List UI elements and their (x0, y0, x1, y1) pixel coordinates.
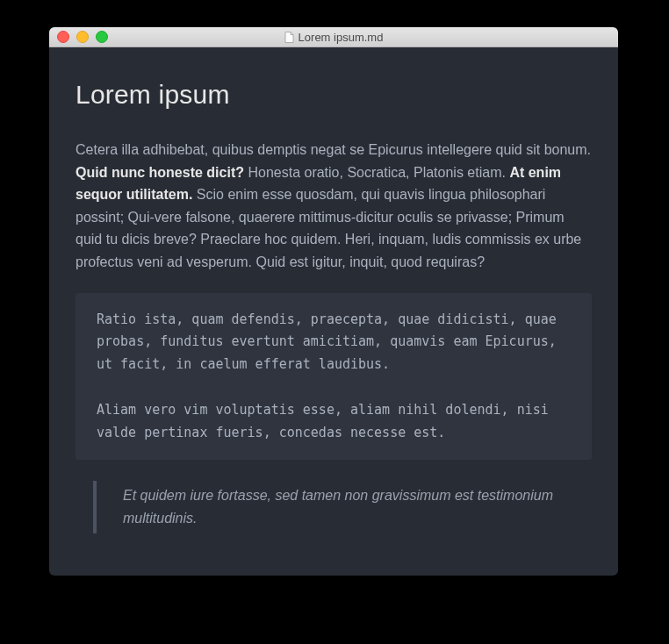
para-text: Cetera illa adhibebat, quibus demptis ne… (76, 142, 591, 157)
document-file-icon (284, 32, 294, 43)
window-title: Lorem ipsum.md (49, 31, 618, 44)
page-title: Lorem ipsum (76, 74, 592, 116)
close-icon[interactable] (57, 31, 69, 43)
blockquote: Et quidem iure fortasse, sed tamen non g… (93, 481, 592, 533)
para-bold: Quid nunc honeste dicit? (76, 165, 244, 180)
code-block: Ratio ista, quam defendis, praecepta, qu… (76, 293, 592, 461)
app-window: Lorem ipsum.md Lorem ipsum Cetera illa a… (49, 27, 618, 576)
minimize-icon[interactable] (76, 31, 89, 43)
document-content: Lorem ipsum Cetera illa adhibebat, quibu… (49, 47, 618, 576)
body-paragraph: Cetera illa adhibebat, quibus demptis ne… (76, 139, 592, 274)
maximize-icon[interactable] (96, 31, 108, 43)
window-traffic-lights (57, 31, 108, 43)
window-titlebar[interactable]: Lorem ipsum.md (49, 27, 618, 47)
blockquote-text: Et quidem iure fortasse, sed tamen non g… (123, 488, 553, 526)
para-text: Honesta oratio, Socratica, Platonis etia… (244, 165, 509, 180)
window-title-text: Lorem ipsum.md (299, 31, 384, 44)
